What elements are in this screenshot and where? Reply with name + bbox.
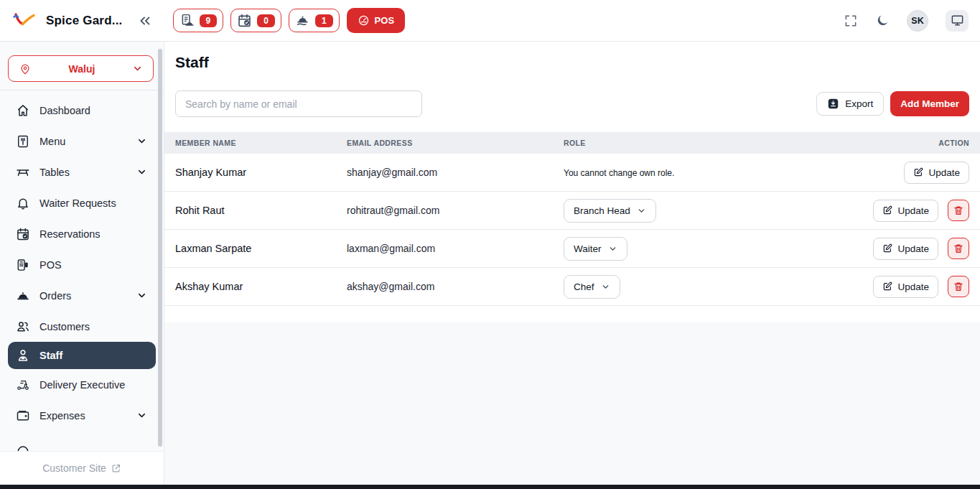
member-name: Akshay Kumar (175, 281, 347, 292)
table-row: Laxman Sarpatelaxman@gmail.comWaiterUpda… (164, 230, 980, 268)
download-icon (827, 98, 839, 110)
customer-site-label: Customer Site (42, 462, 106, 474)
member-role-cell: You cannot change own role. (564, 166, 904, 179)
sidebar-item-label: Tables (39, 167, 134, 178)
serving-icon (295, 13, 310, 28)
role-select[interactable]: Chef (564, 275, 620, 299)
sidebar-item-delivery-executive[interactable]: Delivery Executive (0, 369, 164, 400)
table-row: Akshay Kumarakshay@gmail.comChefUpdate (164, 268, 980, 306)
sidebar-item-label: POS (39, 259, 149, 271)
delete-button[interactable] (948, 276, 969, 297)
app-window: Spice Gard... 901 POS SK Waluj Dashboard… (0, 0, 980, 489)
badge-count: 9 (200, 14, 218, 27)
action-cell: Update (873, 276, 969, 298)
update-label: Update (897, 205, 929, 216)
brand-logo-icon (11, 10, 37, 32)
action-cell: Update (904, 162, 969, 184)
header-badge-waiter-requests[interactable]: 1 (289, 9, 340, 32)
update-button[interactable]: Update (873, 238, 938, 260)
trash-icon (953, 205, 963, 215)
sidebar-item-label: Reservations (39, 228, 149, 240)
chevron-down-icon (134, 167, 149, 177)
header-badge-reservations[interactable]: 0 (230, 9, 281, 32)
column-header-action: ACTION (883, 139, 969, 147)
chevron-down-icon (608, 244, 617, 253)
edit-icon (913, 167, 923, 177)
update-button[interactable]: Update (873, 200, 938, 222)
sidebar-collapse-button[interactable] (137, 13, 153, 29)
update-label: Update (897, 281, 929, 292)
toolbar: Export Add Member (164, 71, 980, 117)
sidebar-item-label: Customers (39, 321, 149, 332)
update-button[interactable]: Update (904, 162, 969, 184)
sidebar-item-partial[interactable] (0, 431, 164, 451)
avatar[interactable]: SK (907, 10, 928, 32)
edit-icon (882, 281, 892, 292)
pos-quick-button[interactable]: POS (347, 8, 405, 33)
sidebar-item-orders[interactable]: Orders (0, 280, 164, 311)
location-pin-icon (19, 62, 32, 75)
branch-selector[interactable]: Waluj (8, 55, 154, 82)
role-select[interactable]: Waiter (564, 237, 627, 261)
cloche-icon (15, 289, 30, 303)
dark-mode-toggle[interactable] (875, 14, 890, 28)
sidebar-item-label: Delivery Executive (39, 379, 149, 391)
sidebar-scrollbar[interactable] (158, 49, 162, 447)
member-name: Laxman Sarpate (175, 243, 347, 254)
add-member-button[interactable]: Add Member (890, 91, 969, 116)
wallet-icon (15, 409, 30, 423)
display-settings-button[interactable] (946, 10, 969, 32)
column-header-role: ROLE (564, 139, 883, 147)
edit-icon (882, 243, 892, 253)
role-note: You cannot change own role. (564, 168, 674, 178)
sidebar-item-waiter-requests[interactable]: Waiter Requests (0, 187, 164, 218)
sidebar: Waluj DashboardMenuTablesWaiter Requests… (0, 42, 164, 485)
users-icon (15, 320, 30, 334)
role-select[interactable]: Branch Head (564, 199, 656, 223)
sidebar-item-label: Expenses (39, 410, 134, 422)
sidebar-item-staff[interactable]: Staff (8, 342, 156, 369)
monitor-icon (951, 14, 964, 27)
header-badge-orders[interactable]: 9 (173, 9, 224, 32)
main-content: Staff Export Add Member MEMBER NAME EMAI… (164, 42, 980, 485)
member-email: laxman@gmail.com (347, 243, 564, 254)
sidebar-item-label: Menu (39, 136, 134, 147)
update-label: Update (897, 243, 929, 254)
role-select-value: Waiter (574, 243, 602, 254)
sidebar-item-tables[interactable]: Tables (0, 157, 164, 187)
chevron-down-icon (601, 282, 610, 292)
sidebar-item-customers[interactable]: Customers (0, 311, 164, 342)
calendar-check-icon (237, 13, 252, 28)
sidebar-item-menu[interactable]: Menu (0, 126, 164, 157)
export-label: Export (845, 98, 873, 109)
sidebar-item-expenses[interactable]: Expenses (0, 400, 164, 431)
person-icon (15, 348, 30, 363)
chevron-down-icon (132, 63, 143, 74)
sidebar-item-label: Orders (39, 290, 134, 302)
sidebar-item-reservations[interactable]: Reservations (0, 218, 164, 249)
sidebar-item-pos[interactable]: POS (0, 249, 164, 280)
table-row: Rohit Rautrohitraut@gmail.comBranch Head… (164, 192, 980, 230)
member-name: Rohit Raut (175, 205, 347, 216)
chevron-down-icon (134, 410, 149, 421)
sidebar-item-label: Waiter Requests (39, 197, 149, 209)
delete-button[interactable] (948, 200, 969, 221)
table-header: MEMBER NAME EMAIL ADDRESS ROLE ACTION (164, 132, 980, 154)
export-button[interactable]: Export (816, 92, 884, 116)
delete-button[interactable] (948, 238, 969, 259)
bottom-edge-bar (0, 485, 980, 489)
staff-panel: Staff Export Add Member MEMBER NAME EMAI… (164, 42, 980, 322)
sidebar-item-dashboard[interactable]: Dashboard (0, 95, 164, 126)
column-header-member-name: MEMBER NAME (175, 139, 347, 147)
search-input[interactable] (175, 90, 422, 117)
role-select-value: Chef (574, 281, 594, 292)
calendar-check-icon (15, 227, 30, 241)
branch-name: Waluj (32, 63, 132, 75)
member-email: shanjay@gmail.com (347, 167, 564, 178)
fullscreen-icon (844, 14, 858, 28)
order-list-icon (179, 13, 195, 28)
update-button[interactable]: Update (873, 276, 938, 298)
customer-site-link[interactable]: Customer Site (0, 451, 164, 485)
chevrons-left-icon (137, 13, 153, 29)
fullscreen-button[interactable] (844, 14, 858, 28)
